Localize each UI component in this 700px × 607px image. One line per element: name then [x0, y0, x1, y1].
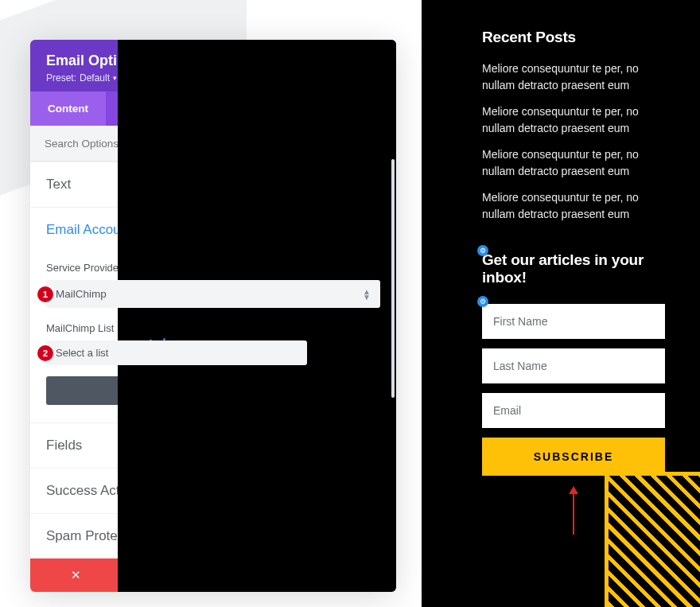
module-edit-handle-icon[interactable]: ⚙ [477, 296, 488, 307]
select-updown-icon: ▲▼ [363, 289, 371, 300]
close-icon: ✕ [71, 568, 81, 582]
scrollbar[interactable] [391, 159, 395, 398]
page-preview-sidebar: Recent Posts Meliore consequuntur te per… [422, 0, 700, 607]
list-item[interactable]: Meliore consequuntur te per, no nullam d… [482, 146, 665, 180]
section-email-account-header[interactable]: Email Account ⌃ [30, 208, 396, 252]
email-input[interactable] [482, 393, 665, 428]
service-provider-select[interactable]: 1 MailChimp ▲▼ [46, 280, 380, 308]
recent-posts-list: Meliore consequuntur te per, no nullam d… [482, 60, 665, 223]
annotation-arrow-icon [573, 487, 574, 535]
settings-modal: Email Optin Settings Preset: Default ▾ [30, 40, 396, 592]
optin-heading: Get our articles in your inbox! [482, 251, 665, 286]
mailchimp-list-select[interactable]: 2 Select a list [46, 340, 307, 365]
preset-prefix: Preset: [46, 72, 76, 84]
list-item[interactable]: Meliore consequuntur te per, no nullam d… [482, 60, 665, 94]
service-provider-value: MailChimp [56, 288, 107, 300]
module-edit-handle-icon[interactable]: ⚙ [477, 245, 488, 256]
annotation-badge-2: 2 [37, 345, 53, 361]
cancel-button[interactable]: ✕ [30, 558, 122, 592]
list-item[interactable]: Meliore consequuntur te per, no nullam d… [482, 189, 665, 223]
subscribe-button[interactable]: SUBSCRIBE [482, 438, 665, 476]
preset-value: Default [80, 72, 110, 84]
chevron-down-icon: ▾ [113, 74, 117, 82]
list-item[interactable]: Meliore consequuntur te per, no nullam d… [482, 103, 665, 137]
recent-posts-heading: Recent Posts [482, 29, 665, 46]
optin-form: ⚙ SUBSCRIBE [482, 304, 665, 476]
section-text-title: Text [46, 177, 71, 193]
section-fields-title: Fields [46, 438, 82, 453]
tab-content[interactable]: Content [30, 91, 106, 126]
decorative-hatch-pattern [605, 472, 700, 607]
last-name-input[interactable] [482, 348, 665, 383]
annotation-badge-1: 1 [37, 286, 53, 302]
mailchimp-list-value: Select a list [56, 347, 108, 359]
first-name-input[interactable] [482, 304, 665, 339]
